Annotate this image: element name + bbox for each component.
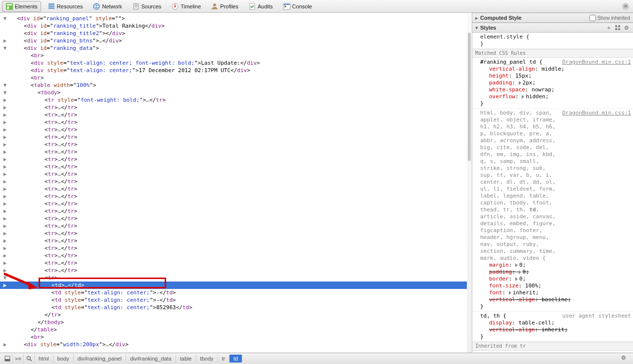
disclosure-right-icon[interactable]: ▶ — [2, 134, 8, 140]
breadcrumb-item[interactable]: div#ranking_panel — [74, 355, 126, 363]
close-devtools-icon[interactable]: ✕ — [622, 3, 629, 10]
dom-node[interactable]: </tr> — [2, 311, 472, 319]
tab-audits[interactable]: Audits — [245, 1, 276, 12]
disclosure-right-icon[interactable]: ▶ — [2, 282, 8, 288]
tab-elements[interactable]: Elements — [2, 1, 41, 12]
disclosure-right-icon[interactable]: ▶ — [2, 112, 8, 118]
dom-node-td-selected[interactable]: ▶<td>…</td> — [2, 282, 472, 289]
settings-gear-icon[interactable]: ⚙ — [621, 355, 629, 363]
css-prop[interactable]: padding: 0; — [480, 269, 631, 276]
dom-node-tr[interactable]: ▶<tr>…</tr> — [2, 222, 472, 230]
dom-node[interactable]: <div id="ranking_title">Total Ranking</d… — [2, 22, 472, 30]
dom-node-tr[interactable]: ▶<tr>…</tr> — [2, 193, 472, 200]
css-prop[interactable]: vertical-align: middle; — [480, 66, 631, 73]
disclosure-right-icon[interactable]: ▶ — [2, 201, 8, 206]
dom-node-tr[interactable]: ▶<tr>…</tr> — [2, 230, 472, 237]
show-console-icon[interactable]: >≡ — [13, 354, 24, 363]
dom-node-tr[interactable]: ▶<tr>…</tr> — [2, 119, 472, 126]
dom-node-tr[interactable]: ▶<tr>…</tr> — [2, 215, 472, 222]
disclosure-right-icon[interactable]: ▶ — [2, 238, 8, 243]
dom-node-tr[interactable]: ▶<tr>…</tr> — [2, 259, 472, 267]
dom-node-tr[interactable]: ▶<tr>…</tr> — [2, 133, 472, 141]
disclosure-right-icon[interactable]: ▶ — [2, 186, 8, 192]
dom-node[interactable]: </tbody> — [2, 319, 472, 326]
inspect-icon[interactable] — [24, 354, 35, 363]
tab-resources[interactable]: Resources — [44, 1, 87, 12]
disclosure-right-icon[interactable]: ▶ — [2, 267, 8, 273]
dom-node-ranking-panel[interactable]: ▼<div id="ranking_panel" style=""> — [2, 15, 472, 22]
disclosure-right-icon[interactable]: ▶ — [2, 119, 8, 125]
dom-node[interactable]: ▶<tr style="font-weight: bold;">…</tr> — [2, 96, 472, 104]
disclosure-right-icon[interactable]: ▶ — [2, 38, 8, 43]
disclosure-down-icon[interactable]: ▼ — [2, 89, 8, 95]
element-states-icon[interactable] — [614, 24, 621, 31]
dom-node[interactable]: ▶<div id="ranking_btns">…</div> — [2, 37, 472, 44]
css-prop[interactable]: vertical-align: inherit; — [480, 326, 631, 333]
dom-node[interactable]: <br> — [2, 333, 472, 341]
tab-console[interactable]: Console — [279, 1, 316, 12]
breadcrumb-item[interactable]: div#ranking_data — [126, 355, 176, 363]
disclosure-right-icon[interactable]: ▶ — [2, 341, 8, 347]
dom-node-tr[interactable]: ▶<tr>…</tr> — [2, 200, 472, 207]
disclosure-right-icon[interactable]: ▶ — [2, 97, 8, 103]
dom-node[interactable]: <br> — [2, 52, 472, 59]
dom-node-tr[interactable]: ▶<tr>…</tr> — [2, 178, 472, 185]
css-origin-link[interactable]: user agent stylesheet — [562, 313, 631, 320]
show-inherited-checkbox[interactable]: Show inherited — [589, 15, 630, 21]
disclosure-right-icon[interactable]: ▶ — [2, 215, 8, 221]
dom-node-tr[interactable]: ▶<tr>…</tr> — [2, 185, 472, 193]
disclosure-right-icon[interactable]: ▶ — [2, 245, 8, 251]
dom-node-tr[interactable]: ▶<tr>…</tr> — [2, 111, 472, 119]
disclosure-right-icon[interactable]: ▶ — [2, 104, 8, 110]
dom-node[interactable]: <td style="text-align: center;">-</td> — [2, 296, 472, 304]
disclosure-down-icon[interactable]: ▼ — [2, 275, 8, 281]
dom-node[interactable]: </table> — [2, 326, 472, 333]
dom-node[interactable]: <td style="text-align: center;">852963</… — [2, 304, 472, 311]
disclosure-right-icon[interactable]: ▶ — [2, 252, 8, 258]
css-prop[interactable]: overflow: hidden; — [480, 93, 631, 100]
disclosure-right-icon[interactable]: ▶ — [2, 171, 8, 177]
css-rule[interactable]: td, th {user agent stylesheetdisplay: ta… — [472, 312, 633, 342]
disclosure-right-icon[interactable]: ▶ — [2, 163, 8, 169]
css-prop[interactable]: display: table-cell; — [480, 320, 631, 326]
dom-node-tr[interactable]: ▶<tr>…</tr> — [2, 267, 472, 274]
dom-node[interactable]: <div id="ranking_title2"></div> — [2, 30, 472, 37]
dom-node-tr[interactable]: ▶<tr>…</tr> — [2, 170, 472, 178]
disclosure-right-icon[interactable]: ▶ — [2, 193, 8, 199]
gear-icon[interactable]: ⚙ — [623, 24, 630, 31]
dom-node[interactable]: <br> — [2, 74, 472, 81]
dock-icon[interactable] — [2, 354, 13, 363]
css-prop[interactable]: font: inherit; — [480, 289, 631, 296]
disclosure-right-icon[interactable]: ▶ — [2, 223, 8, 229]
computed-style-header[interactable]: ▸ Computed Style Show inherited — [472, 13, 633, 23]
tab-network[interactable]: Network — [89, 1, 125, 12]
disclosure-right-icon[interactable]: ▶ — [2, 260, 8, 266]
tab-sources[interactable]: Sources — [129, 1, 165, 12]
dom-node-tr[interactable]: ▶<tr>…</tr> — [2, 163, 472, 170]
disclosure-right-icon[interactable]: ▶ — [2, 141, 8, 147]
dom-node-tr[interactable]: ▶<tr>…</tr> — [2, 156, 472, 163]
breadcrumb-item[interactable]: tr — [218, 355, 230, 363]
disclosure-right-icon[interactable]: ▶ — [2, 178, 8, 184]
breadcrumb-item[interactable]: tbody — [196, 355, 218, 363]
breadcrumb-item[interactable]: html — [35, 355, 53, 363]
dom-node[interactable]: <div style="text-align: center;">17 Dece… — [2, 67, 472, 74]
css-prop[interactable]: font-size: 100%; — [480, 283, 631, 289]
css-prop[interactable]: border: 0; — [480, 276, 631, 283]
css-rule[interactable]: html, body, div, span, applet, object, i… — [472, 109, 633, 312]
css-prop[interactable]: margin: 0; — [480, 262, 631, 269]
breadcrumb-item[interactable]: body — [53, 355, 74, 363]
disclosure-right-icon[interactable]: ▶ — [2, 126, 8, 132]
dom-node-tr[interactable]: ▶<tr>…</tr> — [2, 207, 472, 215]
dom-node-tr[interactable]: ▶<tr>…</tr> — [2, 148, 472, 156]
new-rule-icon[interactable]: + — [605, 24, 612, 31]
styles-header[interactable]: ▾ Styles + ⚙ — [472, 23, 633, 33]
dom-node[interactable]: ▶<div style="width:200px">…</div> — [2, 341, 472, 348]
element-style-rule[interactable]: element.style {} — [472, 33, 633, 49]
disclosure-right-icon[interactable]: ▶ — [2, 230, 8, 236]
dom-node-tr[interactable]: ▶<tr>…</tr> — [2, 141, 472, 148]
dom-node-tr[interactable]: ▶<tr>…</tr> — [2, 252, 472, 259]
dom-node-tr-open[interactable]: ▼<tr> — [2, 274, 472, 282]
disclosure-down-icon[interactable]: ▼ — [2, 82, 8, 88]
dom-node-tr[interactable]: ▶<tr>…</tr> — [2, 237, 472, 244]
